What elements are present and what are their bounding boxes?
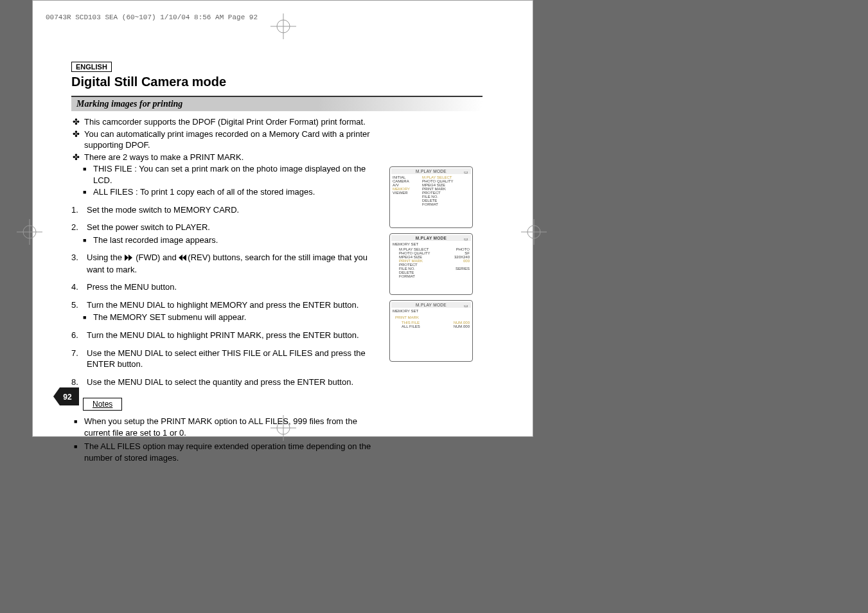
intro-text: You can automatically print images recor… [84, 129, 373, 151]
card-icon: ▭ [464, 170, 468, 175]
fast-forward-icon [125, 253, 134, 264]
lcd-panel-main-menu: M.PLAY MODE ▭ INITIAL CAMERA A/V MEMORY … [389, 166, 473, 228]
bullet-icon: ✤ [71, 152, 80, 163]
note-text: The ALL FILES option may require extende… [84, 441, 373, 463]
square-bullet-icon: ■ [83, 312, 89, 323]
lcd-header: M.PLAY MODE [391, 302, 471, 308]
svg-text:92: 92 [63, 393, 72, 402]
step-text: Press the MENU button. [87, 281, 177, 293]
intro-text: This camcorder supports the DPOF (Digita… [84, 116, 366, 128]
intro-sub-text: ALL FILES : To print 1 copy each of all … [93, 186, 315, 198]
language-label: ENGLISH [71, 62, 112, 72]
svg-marker-13 [128, 254, 132, 261]
registration-mark-top [270, 13, 296, 39]
notes-heading: Notes [83, 398, 122, 411]
step-text: Use the MENU DIAL to select the quantity… [87, 377, 353, 388]
lcd-row-value: NUM.000 [454, 324, 470, 328]
bullet-icon: ✤ [71, 129, 80, 151]
registration-mark-right [521, 219, 547, 245]
square-bullet-icon: ■ [74, 441, 80, 463]
step-text: Use the MENU DIAL to select either THIS … [87, 348, 373, 370]
step-sub-text: The MEMORY SET submenu will appear. [93, 312, 246, 323]
lcd-row-label: ALL FILES [402, 324, 420, 328]
step-number: 5. [71, 299, 83, 311]
step-text: Set the power switch to PLAYER. [87, 222, 210, 233]
lcd-subtitle-2: PRINT MARK [395, 315, 471, 319]
square-bullet-icon: ■ [74, 416, 80, 438]
lcd-row-label: FORMAT [399, 274, 415, 278]
step-text: Set the mode switch to MEMORY CARD. [87, 204, 239, 216]
note-text: When you setup the PRINT MARK option to … [84, 416, 373, 438]
card-icon: ▭ [464, 236, 468, 242]
step-number: 2. [71, 222, 83, 233]
step-sub-text: The last recorded image appears. [93, 235, 218, 246]
lcd-panel-memory-set: M.PLAY MODE ▭ MEMORY SET M.PLAY SELECTPH… [389, 233, 473, 295]
page-title: Digital Still Camera mode [71, 75, 508, 89]
lcd-header: M.PLAY MODE [391, 168, 471, 174]
step-number: 6. [71, 330, 83, 341]
section-subtitle: Marking images for printing [71, 96, 483, 111]
intro-sub-text: THIS FILE : You can set a print mark on … [93, 163, 373, 186]
lcd-subtitle: MEMORY SET [393, 242, 471, 246]
square-bullet-icon: ■ [83, 163, 89, 186]
lcd-row-value: SERIES [456, 267, 470, 271]
square-bullet-icon: ■ [83, 235, 89, 246]
file-header-strip: 00743R SCD103 SEA (60~107) 1/10/04 8:56 … [46, 13, 258, 21]
svg-marker-12 [125, 254, 128, 261]
lcd-panel-print-mark: M.PLAY MODE ▭ MEMORY SET PRINT MARK THIS… [389, 300, 473, 362]
bullet-icon: ✤ [71, 116, 80, 128]
step-number: 4. [71, 281, 83, 293]
lcd-subtitle: MEMORY SET [393, 309, 471, 313]
square-bullet-icon: ■ [83, 186, 89, 198]
svg-marker-15 [182, 254, 186, 261]
step-text: Using the (FWD) and (REV) buttons, searc… [87, 252, 373, 275]
step-number: 1. [71, 204, 83, 216]
step-text: Turn the MENU DIAL to highlight PRINT MA… [87, 330, 359, 341]
step-number: 3. [71, 252, 83, 275]
intro-text: There are 2 ways to make a PRINT MARK. [84, 152, 244, 163]
registration-mark-left [17, 219, 42, 245]
svg-marker-14 [179, 254, 182, 261]
lcd-header: M.PLAY MODE [391, 235, 471, 241]
lcd-submenu-item: FORMAT [422, 202, 454, 206]
step-text: Turn the MENU DIAL to highlight MEMORY a… [87, 299, 359, 311]
page-number-badge: 92 [53, 387, 79, 405]
step-number: 7. [71, 348, 83, 370]
lcd-row-value: 000 [463, 259, 470, 263]
rewind-icon [179, 253, 188, 264]
lcd-menu-item: VIEWER [393, 191, 418, 195]
step-number: 8. [71, 377, 83, 388]
card-icon: ▭ [464, 303, 468, 308]
